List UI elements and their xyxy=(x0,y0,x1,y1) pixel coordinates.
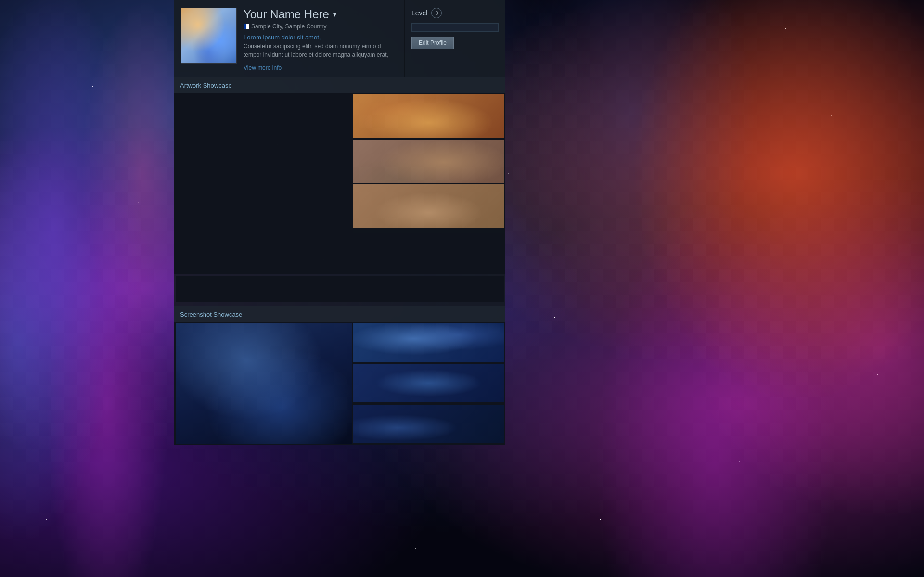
artwork-extra-area xyxy=(176,276,504,302)
screenshot-main-fill xyxy=(176,323,352,444)
flag-white xyxy=(246,24,249,29)
bio-link[interactable]: Lorem ipsum dolor sit amet, xyxy=(244,34,398,41)
screenshot-thumb-1-img xyxy=(353,323,504,362)
artwork-showcase: Artwork Showcase xyxy=(174,77,505,302)
flag-icon xyxy=(244,24,249,29)
artwork-thumb-1[interactable] xyxy=(353,94,504,138)
profile-info-section: Your Name Here ▾ Sample City, Sample Cou… xyxy=(174,0,404,79)
artwork-thumb-2-img xyxy=(353,140,504,183)
screenshot-main-image[interactable] xyxy=(176,323,352,444)
artwork-showcase-body xyxy=(174,93,505,274)
view-more-link[interactable]: View more info xyxy=(244,64,282,71)
content-area: Artwork Showcase xyxy=(174,77,505,445)
level-label: Level xyxy=(411,9,427,17)
bio-text: Consetetur sadipscing elitr, sed diam no… xyxy=(244,42,398,59)
screenshot-showcase-body xyxy=(174,322,505,445)
profile-location: Sample City, Sample Country xyxy=(244,23,398,30)
profile-details: Your Name Here ▾ Sample City, Sample Cou… xyxy=(244,8,398,72)
screenshot-showcase-header: Screenshot Showcase xyxy=(174,306,505,322)
artwork-thumbnails xyxy=(353,94,504,273)
flag-blue xyxy=(244,24,246,29)
screenshot-thumb-2-img xyxy=(353,364,504,402)
location-text: Sample City, Sample Country xyxy=(251,23,327,30)
level-section: Level 0 Edit Profile xyxy=(404,0,505,79)
screenshot-thumb-3[interactable] xyxy=(353,405,504,444)
level-badge: 0 xyxy=(431,8,442,18)
screenshot-thumb-1[interactable] xyxy=(353,323,504,362)
artwork-thumb-3[interactable] xyxy=(353,184,504,228)
avatar-image xyxy=(181,8,236,63)
screenshot-thumb-2[interactable] xyxy=(353,364,504,403)
screenshot-showcase: Screenshot Showcase xyxy=(174,306,505,445)
artwork-thumb-dark xyxy=(353,230,504,233)
artwork-thumb-2[interactable] xyxy=(353,140,504,183)
dropdown-arrow-icon[interactable]: ▾ xyxy=(333,11,336,18)
artwork-thumb-1-img xyxy=(353,94,504,138)
artwork-main-fill xyxy=(176,94,352,270)
screenshot-thumbnails xyxy=(353,323,504,444)
profile-name: Your Name Here xyxy=(244,8,329,21)
level-progress-bar xyxy=(411,23,499,32)
profile-bar: Your Name Here ▾ Sample City, Sample Cou… xyxy=(174,0,505,80)
nebula-left xyxy=(0,0,178,577)
artwork-showcase-header: Artwork Showcase xyxy=(174,77,505,93)
level-header: Level 0 xyxy=(411,8,499,18)
level-value: 0 xyxy=(435,10,438,16)
artwork-thumb-4 xyxy=(353,230,504,273)
avatar[interactable] xyxy=(181,8,237,64)
artwork-thumb-3-img xyxy=(353,184,504,228)
screenshot-thumb-3-img xyxy=(353,405,504,443)
edit-profile-button[interactable]: Edit Profile xyxy=(411,37,454,49)
artwork-main-image[interactable] xyxy=(176,94,352,270)
profile-name-row: Your Name Here ▾ xyxy=(244,8,398,21)
nebula-right xyxy=(505,0,924,577)
